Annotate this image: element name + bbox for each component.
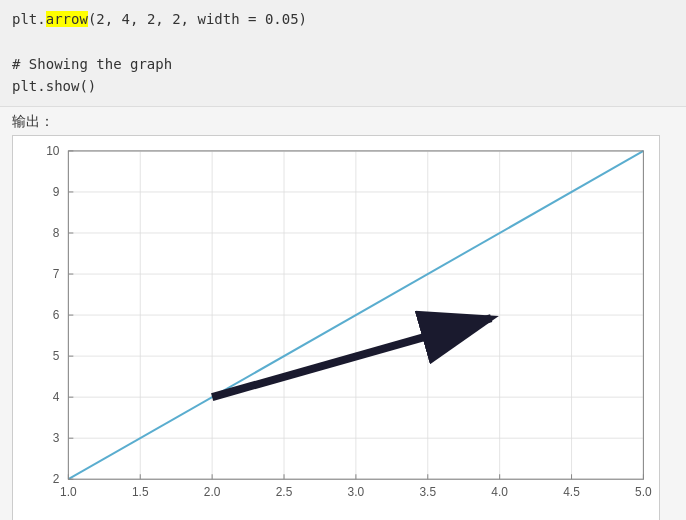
y-tick-6: 6 <box>53 308 60 322</box>
x-tick-25: 2.5 <box>276 485 293 499</box>
chart-container: 2 3 4 5 6 7 8 9 10 1.0 1.5 2.0 2.5 3.0 3… <box>12 135 660 520</box>
x-tick-40: 4.0 <box>491 485 508 499</box>
x-tick-10: 1.0 <box>60 485 77 499</box>
code-line-2 <box>12 30 674 52</box>
x-tick-15: 1.5 <box>132 485 149 499</box>
code-arrow-func: arrow <box>46 11 88 27</box>
x-tick-30: 3.0 <box>348 485 365 499</box>
y-tick-10: 10 <box>46 143 60 157</box>
code-line-1: plt.arrow(2, 4, 2, 2, width = 0.05) <box>12 8 674 30</box>
code-plt: plt. <box>12 11 46 27</box>
y-tick-3: 3 <box>53 431 60 445</box>
y-tick-5: 5 <box>53 349 60 363</box>
code-line-3: # # Showing the graphShowing the graph <box>12 53 674 75</box>
code-arrow-args: (2, 4, 2, 2, width = 0.05) <box>88 11 307 27</box>
code-block: plt.arrow(2, 4, 2, 2, width = 0.05) # # … <box>0 0 686 107</box>
y-tick-4: 4 <box>53 390 60 404</box>
chart-svg: 2 3 4 5 6 7 8 9 10 1.0 1.5 2.0 2.5 3.0 3… <box>13 136 659 520</box>
x-tick-50: 5.0 <box>635 485 652 499</box>
y-tick-8: 8 <box>53 226 60 240</box>
x-tick-20: 2.0 <box>204 485 221 499</box>
y-tick-9: 9 <box>53 185 60 199</box>
output-label: 输出： <box>0 107 686 135</box>
code-comment: # # Showing the graphShowing the graph <box>12 56 172 72</box>
x-tick-35: 3.5 <box>419 485 436 499</box>
code-show: plt.show() <box>12 78 96 94</box>
y-tick-7: 7 <box>53 267 60 281</box>
x-tick-45: 4.5 <box>563 485 580 499</box>
code-line-4: plt.show() <box>12 75 674 97</box>
y-tick-2: 2 <box>53 472 60 486</box>
